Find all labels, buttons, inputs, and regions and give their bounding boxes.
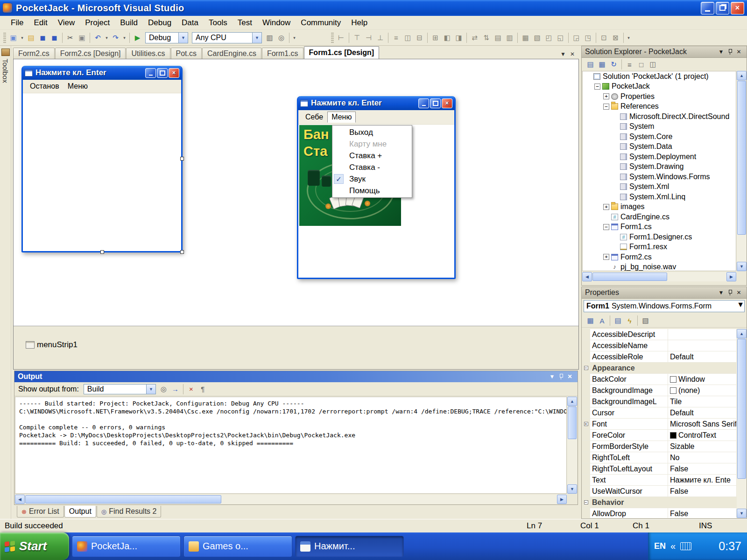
- active-files-dropdown[interactable]: ▼: [558, 49, 568, 59]
- auto-hide-pin-icon[interactable]: [726, 288, 734, 297]
- menubar-item-file[interactable]: File: [6, 17, 28, 29]
- goto-next-message-icon[interactable]: →: [169, 384, 181, 395]
- window-position-dropdown[interactable]: ▼: [548, 372, 557, 381]
- maximize-button[interactable]: [157, 68, 168, 78]
- taskbar-button[interactable]: Нажмит...: [295, 536, 404, 557]
- property-row[interactable]: RightToLeftLayoutFalse: [582, 463, 736, 475]
- center-vertically-icon[interactable]: ◳: [582, 32, 594, 43]
- resize-handle[interactable]: [100, 250, 104, 254]
- align-middles-icon[interactable]: ◫: [402, 32, 414, 43]
- property-row[interactable]: TextНажмите кл. Ente: [582, 475, 736, 486]
- expander-icon[interactable]: −: [584, 366, 588, 370]
- send-to-back-icon[interactable]: ⊠: [610, 32, 621, 43]
- tree-item[interactable]: −References: [583, 102, 736, 112]
- remove-horizontal-spacing-icon[interactable]: ▥: [504, 32, 515, 43]
- tree-item[interactable]: CardEngine.cs: [583, 212, 736, 222]
- output-horizontal-scrollbar[interactable]: ◀ ▶: [15, 495, 567, 504]
- decrease-vertical-spacing-icon[interactable]: ◰: [543, 32, 555, 43]
- align-lefts-icon[interactable]: ⊤: [351, 32, 363, 43]
- expander-icon[interactable]: +: [584, 422, 588, 426]
- tree-expander[interactable]: −: [603, 224, 609, 230]
- output-source-combobox[interactable]: Build ▼: [84, 384, 156, 394]
- properties-titlebar[interactable]: Properties ▼ ✕: [582, 287, 747, 299]
- alphabetical-icon[interactable]: A: [596, 315, 608, 326]
- menu-command[interactable]: Выход: [332, 126, 412, 138]
- property-row[interactable]: UseWaitCursorFalse: [582, 486, 736, 497]
- restore-button[interactable]: [716, 2, 729, 14]
- property-row[interactable]: −Appearance: [582, 363, 736, 374]
- tree-item[interactable]: System.Xml: [583, 182, 736, 192]
- align-centers-icon[interactable]: ⊣: [363, 32, 374, 43]
- menustrip-item[interactable]: Останов: [26, 81, 63, 92]
- toggle-word-wrap-icon[interactable]: ¶: [197, 384, 209, 395]
- property-row[interactable]: BackColorWindow: [582, 374, 736, 385]
- property-value[interactable]: Window: [668, 374, 736, 385]
- tree-item[interactable]: System.Deployment: [583, 152, 736, 162]
- app-titlebar[interactable]: Нажмите кл. Enter ×: [298, 96, 455, 110]
- tree-item[interactable]: System.Drawing: [583, 162, 736, 172]
- solution-explorer-vertical-scrollbar[interactable]: ▲ ▼: [737, 71, 747, 271]
- taskbar-button[interactable]: PocketJa...: [72, 536, 181, 557]
- find-in-files-icon[interactable]: ◎: [275, 32, 287, 43]
- property-value[interactable]: Microsoft Sans Serif;: [668, 419, 736, 429]
- document-tab[interactable]: Form2.cs [Design]: [55, 48, 126, 59]
- app-menu-item[interactable]: Себе: [301, 112, 327, 123]
- property-row[interactable]: FormBorderStyleSizable: [582, 441, 736, 452]
- property-pages-icon[interactable]: ▧: [640, 315, 651, 326]
- toolbar-options-dropdown[interactable]: ▾: [291, 32, 297, 43]
- close-icon[interactable]: ✕: [734, 48, 743, 56]
- property-value[interactable]: (none): [668, 385, 736, 396]
- minimize-button[interactable]: [145, 68, 156, 78]
- tree-expander[interactable]: +: [603, 204, 609, 210]
- property-value[interactable]: False: [668, 508, 736, 518]
- start-debug-icon[interactable]: ▶: [132, 32, 143, 43]
- menubar-item-data[interactable]: Data: [176, 17, 204, 29]
- tree-item[interactable]: +images: [583, 202, 736, 212]
- make-horizontal-spacing-equal-icon[interactable]: ⇄: [469, 32, 480, 43]
- document-tab[interactable]: Form2.cs: [13, 48, 55, 59]
- tree-item[interactable]: System.Data: [583, 142, 736, 152]
- designer-form[interactable]: Нажмите кл. Enter × ОстановМеню: [21, 66, 183, 252]
- auto-hide-pin-icon[interactable]: [557, 372, 565, 381]
- hidden-icons-chevron[interactable]: «: [670, 541, 676, 552]
- center-horizontally-icon[interactable]: ◲: [571, 32, 582, 43]
- menubar-item-test[interactable]: Test: [233, 17, 257, 29]
- toolbox-tab[interactable]: Toolbox: [0, 46, 11, 519]
- document-tab[interactable]: Utilities.cs: [126, 48, 170, 59]
- property-value[interactable]: [668, 329, 736, 340]
- align-tops-icon[interactable]: ≡: [390, 32, 402, 43]
- menubar-item-project[interactable]: Project: [80, 17, 115, 29]
- property-value[interactable]: Tile: [668, 396, 736, 407]
- property-row[interactable]: CursorDefault: [582, 407, 736, 419]
- output-vertical-scrollbar[interactable]: ▲ ▼: [567, 397, 577, 494]
- close-document-button[interactable]: ✕: [568, 49, 577, 59]
- running-app-window[interactable]: Нажмите кл. Enter × СебеМеню Бан Ста: [297, 96, 456, 279]
- resize-handle[interactable]: [180, 250, 184, 254]
- solution-explorer-horizontal-scrollbar[interactable]: ◀ ▶: [582, 272, 736, 281]
- close-button[interactable]: ×: [731, 2, 744, 14]
- auto-hide-pin-icon[interactable]: [726, 48, 734, 56]
- show-all-files-icon[interactable]: ▦: [596, 59, 608, 70]
- undo-dropdown[interactable]: ▾: [104, 32, 110, 43]
- menubar-item-window[interactable]: Window: [257, 17, 296, 29]
- menustrip-item[interactable]: Меню: [63, 81, 92, 92]
- new-project-icon[interactable]: ▣: [7, 32, 19, 43]
- expander-icon[interactable]: −: [584, 500, 588, 504]
- redo-icon[interactable]: ↷: [110, 32, 121, 43]
- align-to-grid-icon[interactable]: ⊢: [335, 32, 347, 43]
- make-same-width-icon[interactable]: ⊞: [430, 32, 441, 43]
- property-value[interactable]: Нажмите кл. Ente: [668, 475, 736, 485]
- align-bottoms-icon[interactable]: ⊟: [414, 32, 425, 43]
- property-value[interactable]: No: [668, 452, 736, 463]
- window-position-dropdown[interactable]: ▼: [717, 288, 726, 297]
- document-tab[interactable]: CardEngine.cs: [202, 48, 261, 59]
- view-designer-icon[interactable]: □: [635, 59, 647, 70]
- tree-item[interactable]: System.Xml.Linq: [583, 192, 736, 202]
- events-icon[interactable]: ϟ: [624, 315, 635, 326]
- save-icon[interactable]: ◼: [37, 32, 49, 43]
- start-button[interactable]: Start: [0, 532, 69, 560]
- menubar-item-tools[interactable]: Tools: [204, 17, 233, 29]
- menubar-item-edit[interactable]: Edit: [28, 17, 52, 29]
- save-all-icon[interactable]: ◼: [49, 32, 60, 43]
- make-same-height-icon[interactable]: ◧: [441, 32, 453, 43]
